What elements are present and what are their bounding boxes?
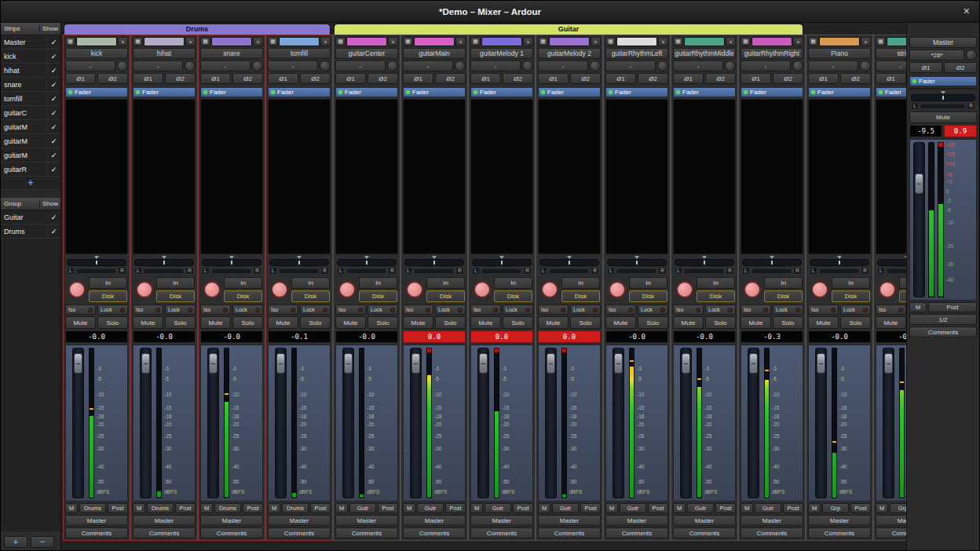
- group-button[interactable]: Gutr: [755, 503, 781, 513]
- group-button[interactable]: Gutr: [687, 503, 714, 513]
- processor-active-led[interactable]: [676, 90, 680, 94]
- strip-menu-icon[interactable]: ▦: [200, 37, 210, 46]
- groups-show-header-label[interactable]: Show: [40, 200, 60, 207]
- trim-knob[interactable]: [387, 60, 398, 71]
- trim-knob[interactable]: [185, 60, 196, 71]
- solo-isolate-button[interactable]: Iso: [133, 305, 163, 315]
- master-phase1-button[interactable]: Ø1: [909, 62, 942, 73]
- strips-show-header-label[interactable]: Show: [40, 25, 60, 32]
- strip-visible-check[interactable]: ✓: [46, 109, 60, 117]
- solo-button[interactable]: Solo: [165, 316, 196, 329]
- fader-track[interactable]: [815, 348, 827, 498]
- monitor-disk-button[interactable]: Disk: [426, 290, 465, 302]
- solo-isolate-button[interactable]: Iso: [65, 305, 96, 315]
- fader-processor[interactable]: Fader: [470, 87, 533, 97]
- automation-mode-button[interactable]: M: [605, 503, 618, 513]
- comments-button[interactable]: Comments: [876, 527, 906, 538]
- processor-box[interactable]: [335, 99, 398, 254]
- fader-track[interactable]: [612, 348, 624, 498]
- master-name-button[interactable]: Master: [909, 37, 977, 48]
- monitor-disk-button[interactable]: Disk: [156, 290, 195, 302]
- remove-group-button[interactable]: −: [31, 536, 54, 548]
- processor-active-led[interactable]: [271, 90, 275, 94]
- strip-name-button[interactable]: guitarMelody 2: [538, 48, 601, 59]
- strip-name-button[interactable]: tomfill: [268, 48, 331, 59]
- automation-mode-button[interactable]: M: [470, 503, 483, 513]
- strip-menu-icon[interactable]: ▦: [335, 37, 346, 46]
- sidebar-strip-row[interactable]: guitarM✓: [1, 148, 60, 162]
- solo-isolate-button[interactable]: Iso: [605, 305, 636, 315]
- comments-button[interactable]: Comments: [268, 527, 331, 538]
- solo-button[interactable]: Solo: [97, 316, 128, 329]
- phase2-button[interactable]: Ø2: [97, 73, 128, 84]
- fader-track[interactable]: [140, 348, 152, 498]
- mute-button[interactable]: Mute: [605, 316, 636, 329]
- solo-isolate-button[interactable]: Iso: [335, 305, 366, 315]
- fader-handle[interactable]: [344, 353, 353, 374]
- sidebar-strip-row[interactable]: hihat✓: [1, 64, 60, 78]
- phase2-button[interactable]: Ø2: [705, 73, 736, 84]
- group-button[interactable]: Gutr: [620, 503, 646, 513]
- solo-lock-button[interactable]: Lock: [840, 305, 871, 315]
- strip-visible-check[interactable]: ✓: [46, 137, 60, 145]
- processor-box[interactable]: [133, 99, 196, 254]
- automation-mode-button[interactable]: M: [200, 503, 213, 513]
- solo-lock-button[interactable]: Lock: [773, 305, 803, 315]
- monitor-input-button[interactable]: In: [697, 277, 735, 289]
- strip-visible-check[interactable]: ✓: [46, 151, 60, 159]
- input-button[interactable]: -: [470, 60, 521, 71]
- master-automation-mode-button[interactable]: M: [909, 302, 927, 312]
- automation-mode-button[interactable]: M: [876, 503, 888, 513]
- strip-menu-icon[interactable]: ▦: [470, 37, 481, 46]
- group-tab-guitar[interactable]: Guitar: [334, 24, 803, 35]
- strip-color-bar[interactable]: [819, 37, 860, 46]
- solo-lock-button[interactable]: Lock: [705, 305, 736, 315]
- phase2-button[interactable]: Ø2: [503, 73, 533, 84]
- comments-button[interactable]: Comments: [673, 527, 736, 538]
- pan-slider[interactable]: [337, 259, 397, 266]
- gain-display[interactable]: -0.0: [673, 330, 736, 343]
- title-bar[interactable]: *Demo – Mixer – Ardour ×: [1, 1, 979, 23]
- automation-mode-button[interactable]: M: [335, 503, 348, 513]
- phase1-button[interactable]: Ø1: [605, 73, 636, 84]
- input-button[interactable]: -: [335, 60, 386, 71]
- solo-isolate-button[interactable]: Iso: [808, 305, 839, 315]
- pan-slider[interactable]: [539, 259, 599, 266]
- gain-display[interactable]: -0.0: [876, 330, 906, 343]
- strip-menu-icon[interactable]: ▦: [65, 37, 75, 46]
- phase2-button[interactable]: Ø2: [773, 73, 803, 84]
- comments-button[interactable]: Comments: [470, 527, 533, 538]
- solo-button[interactable]: Solo: [570, 316, 601, 329]
- record-arm-button[interactable]: [811, 281, 828, 298]
- strip-menu-icon[interactable]: ▦: [268, 37, 278, 46]
- solo-lock-button[interactable]: Lock: [165, 305, 196, 315]
- fader-processor[interactable]: Fader: [605, 87, 668, 97]
- group-visible-check[interactable]: ✓: [46, 228, 60, 235]
- comments-button[interactable]: Comments: [808, 527, 871, 538]
- strip-menu-icon[interactable]: ▦: [876, 37, 886, 46]
- pan-slider[interactable]: [877, 259, 906, 266]
- sidebar-group-row[interactable]: Drums✓: [1, 224, 60, 239]
- output-button[interactable]: Master: [673, 515, 736, 526]
- master-fader-processor[interactable]: Fader: [909, 76, 977, 86]
- monitor-disk-button[interactable]: Disk: [561, 290, 600, 302]
- strip-name-button[interactable]: guitarCenter: [335, 48, 398, 59]
- strip-name-button[interactable]: guitarMain: [403, 48, 466, 59]
- gain-display[interactable]: -0.3: [740, 330, 803, 343]
- phase1-button[interactable]: Ø1: [740, 73, 771, 84]
- strip-name-button[interactable]: strings: [876, 48, 906, 59]
- processor-box[interactable]: [403, 99, 466, 254]
- strip-name-button[interactable]: guitarMelody 1: [470, 48, 533, 59]
- fader-processor[interactable]: Fader: [876, 87, 906, 97]
- output-button[interactable]: Master: [470, 515, 533, 526]
- mute-button[interactable]: Mute: [740, 316, 771, 329]
- strip-visible-check[interactable]: ✓: [46, 166, 60, 173]
- pan-slider[interactable]: [742, 259, 802, 266]
- fader-processor[interactable]: Fader: [133, 87, 196, 97]
- strip-color-bar[interactable]: [346, 37, 387, 46]
- add-group-button[interactable]: +: [4, 536, 27, 548]
- automation-mode-button[interactable]: M: [403, 503, 415, 513]
- solo-lock-button[interactable]: Lock: [300, 305, 331, 315]
- fader-track[interactable]: [883, 348, 894, 498]
- group-button[interactable]: Gutr: [485, 503, 511, 513]
